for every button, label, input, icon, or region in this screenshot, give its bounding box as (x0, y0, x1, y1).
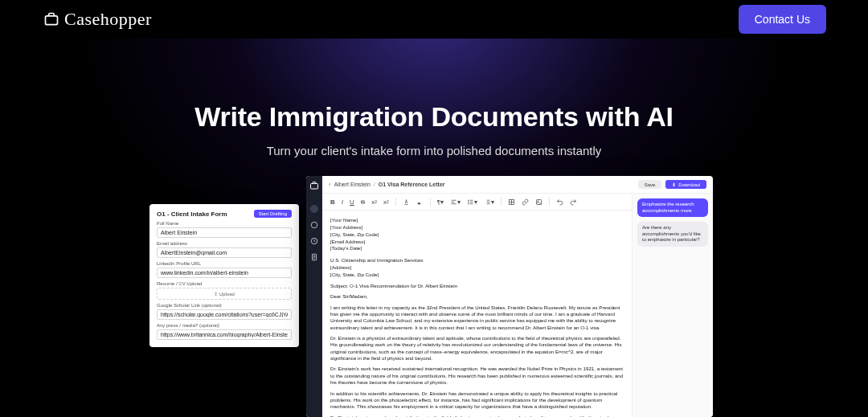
subscript-button[interactable]: x2 (383, 198, 389, 206)
svg-rect-1 (311, 184, 318, 190)
breadcrumb: ‹ Albert Einstein / O1 Visa Reference Le… (329, 181, 445, 188)
doc-line: [Today's Date] (330, 245, 624, 251)
editor-header: ‹ Albert Einstein / O1 Visa Reference Le… (322, 176, 713, 194)
brand-name: Casehopper (64, 9, 152, 30)
contact-button[interactable]: Contact Us (739, 5, 826, 34)
svg-point-2 (311, 222, 317, 228)
bold-button[interactable]: B (330, 198, 335, 206)
svg-point-5 (469, 199, 469, 200)
save-button[interactable]: Save (638, 180, 662, 189)
doc-line: [City, State, Zip Code] (330, 231, 624, 238)
svg-point-6 (469, 202, 469, 202)
document-icon[interactable] (310, 253, 318, 261)
breadcrumb-client[interactable]: Albert Einstein (334, 182, 371, 187)
doc-line: [Address] (330, 264, 624, 271)
link-button[interactable] (522, 198, 529, 206)
strike-button[interactable]: S (361, 198, 365, 206)
download-icon: ⬇ (672, 182, 676, 187)
resume-upload[interactable]: ⇪ Upload (157, 288, 292, 300)
doc-line: [Email Address] (330, 239, 624, 245)
fullname-field[interactable] (157, 227, 292, 238)
table-button[interactable] (508, 198, 515, 206)
italic-button[interactable]: I (342, 198, 343, 206)
label-fullname: Full Name (157, 221, 292, 226)
doc-paragraph: Dr. Einstein is a physicist of extraordi… (330, 335, 624, 362)
topbar: Casehopper Contact Us (0, 0, 868, 39)
page-title: Write Immigration Documents with AI (0, 101, 868, 133)
svg-rect-0 (46, 16, 58, 25)
label-linkedin: LinkedIn Profile URL (157, 261, 292, 266)
redo-button[interactable] (570, 198, 577, 206)
undo-button[interactable] (556, 198, 563, 206)
scholar-field[interactable] (157, 309, 292, 320)
doc-line: U.S. Citizenship and Immigration Service… (330, 257, 624, 264)
start-drafting-button[interactable]: Start Drafting (254, 210, 292, 218)
demo-stage: O1 - Client Intake Form Start Drafting F… (0, 176, 868, 417)
editor-rail (306, 176, 322, 417)
app-icon (309, 181, 319, 190)
doc-subject: Subject: O-1 Visa Recommendation for Dr.… (330, 283, 624, 289)
label-press: Any press / media? (optional) (157, 323, 292, 328)
paragraph-button[interactable]: ¶▾ (437, 198, 444, 206)
email-field[interactable] (157, 247, 292, 258)
bullet-list-button[interactable]: ▾ (467, 198, 477, 206)
linkedin-field[interactable] (157, 268, 292, 278)
doc-paragraph: I am writing this letter in my capacity … (330, 305, 624, 331)
highlight-button[interactable] (416, 198, 424, 206)
intake-form: O1 - Client Intake Form Start Drafting F… (149, 204, 299, 347)
label-scholar: Google Scholar Link (optional) (157, 303, 292, 308)
breadcrumb-doc: O1 Visa Reference Letter (379, 182, 445, 187)
doc-paragraph: In addition to his scientific achievemen… (330, 390, 624, 411)
document-body[interactable]: [Your Name] [Your Address] [City, State,… (322, 211, 632, 417)
label-resume: Resume / CV Upload (157, 281, 292, 286)
number-list-button[interactable]: ▾ (484, 198, 494, 206)
doc-salutation: Dear Sir/Madam, (330, 293, 624, 300)
superscript-button[interactable]: x2 (371, 198, 377, 206)
doc-paragraph: Dr. Einstein's unique work and contribut… (330, 415, 624, 417)
home-icon[interactable] (310, 221, 318, 229)
chat-panel: Emphasize the research accomplishments m… (633, 194, 713, 417)
underline-button[interactable]: U (350, 198, 354, 206)
download-label: Download (678, 182, 700, 187)
brand-logo: Casehopper (43, 9, 152, 30)
briefcase-icon (43, 11, 59, 27)
chat-user-message: Emphasize the research accomplishments m… (637, 198, 708, 217)
label-email: Email address (157, 241, 292, 246)
avatar[interactable] (310, 205, 318, 213)
doc-line: [City, State, Zip Code] (330, 272, 624, 278)
download-button[interactable]: ⬇ Download (665, 180, 706, 189)
image-button[interactable] (535, 198, 542, 206)
doc-line: [Your Name] (330, 217, 624, 223)
hero: Write Immigration Documents with AI Turn… (0, 39, 868, 417)
align-button[interactable]: ▾ (450, 198, 461, 206)
back-icon[interactable]: ‹ (329, 181, 331, 188)
doc-paragraph: Dr. Einstein's work has received sustain… (330, 366, 624, 386)
chat-ai-message: Are there any accomplishments you'd like… (637, 222, 708, 247)
editor-window: ‹ Albert Einstein / O1 Visa Reference Le… (306, 176, 713, 417)
text-color-button[interactable] (403, 198, 410, 206)
editor-toolbar: B I U S x2 x2 ¶▾ ▾ ▾ (322, 194, 632, 211)
clock-icon[interactable] (310, 237, 318, 245)
doc-line: [Your Address] (330, 224, 624, 231)
press-field[interactable] (157, 329, 292, 340)
intake-title: O1 - Client Intake Form (157, 211, 227, 218)
page-subtitle: Turn your client's intake form into poli… (0, 144, 868, 157)
svg-point-10 (538, 200, 538, 201)
svg-point-7 (469, 203, 469, 204)
